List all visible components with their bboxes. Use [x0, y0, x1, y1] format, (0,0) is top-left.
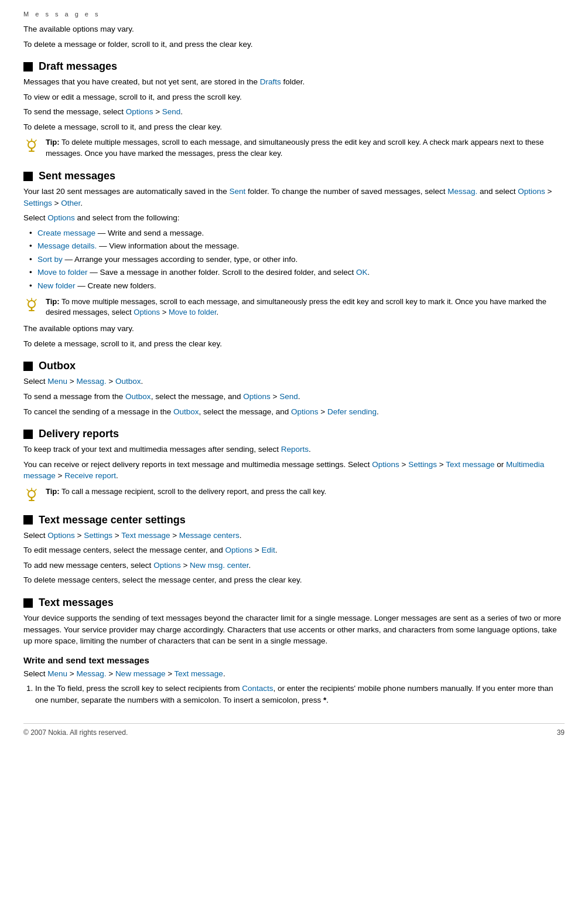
sent-tip-text: Tip: To move multiple messages, scroll t…: [46, 297, 565, 319]
sent-tip-options-link[interactable]: Options: [134, 308, 160, 316]
copyright-text: © 2007 Nokia. All rights reserved.: [23, 728, 128, 737]
delivery-reports-heading: Delivery reports: [23, 428, 565, 440]
new-folder-link[interactable]: New folder: [37, 281, 76, 290]
outbox-link1[interactable]: Outbox: [125, 392, 151, 401]
tmc-p4: To delete message centers, select the me…: [23, 574, 565, 586]
svg-point-0: [28, 141, 35, 148]
draft-options-link[interactable]: Options: [126, 107, 153, 116]
text-message-center-title: Text message center settings: [39, 514, 186, 526]
message-details-link[interactable]: Message details.: [37, 241, 97, 250]
sent-other-link[interactable]: Other: [61, 199, 80, 207]
delivery-receive-link[interactable]: Receive report: [64, 471, 116, 480]
tmc-settings-link[interactable]: Settings: [84, 531, 112, 540]
tmc-options3-link[interactable]: Options: [153, 561, 181, 570]
outbox-p2: To send a message from the Outbox, selec…: [23, 391, 565, 403]
delivery-tip-label: Tip:: [46, 487, 60, 496]
delivery-reports-title: Delivery reports: [39, 428, 119, 440]
outbox-link2[interactable]: Outbox: [173, 407, 199, 416]
draft-messages-heading: Draft messages: [23, 60, 565, 73]
create-message-link[interactable]: Create message: [37, 229, 95, 237]
page-footer: © 2007 Nokia. All rights reserved. 39: [23, 723, 565, 737]
ws-messag-link[interactable]: Messag.: [76, 669, 106, 678]
bullet-message-details: Message details. — View information abou…: [29, 240, 565, 252]
delivery-tip-box: Tip: To call a message recipient, scroll…: [23, 486, 565, 503]
sent-messages-heading: Sent messages: [23, 170, 565, 182]
delivery-tip-icon: [23, 487, 40, 503]
write-send-steps: In the To field, press the scroll key to…: [35, 683, 565, 706]
header-title: M e s s a g e s: [23, 11, 101, 18]
sent-tip-move-link[interactable]: Move to folder: [169, 308, 217, 316]
tmc-textmsg-link[interactable]: Text message: [121, 531, 170, 540]
draft-tip-icon: [23, 138, 40, 154]
ws-newmsg-link[interactable]: New message: [115, 669, 166, 678]
draft-messages-icon: [23, 62, 33, 71]
svg-line-4: [35, 140, 36, 142]
bullet-new-folder: New folder — Create new folders.: [29, 280, 565, 292]
drafts-link[interactable]: Drafts: [260, 77, 281, 86]
tmc-p2: To edit message centers, select the mess…: [23, 544, 565, 556]
text-message-center-heading: Text message center settings: [23, 514, 565, 526]
text-messages-title: Text messages: [39, 597, 114, 609]
tmc-edit-link[interactable]: Edit: [261, 546, 275, 554]
outbox-title: Outbox: [39, 360, 76, 372]
text-messages-heading: Text messages: [23, 597, 565, 609]
draft-tip-text: Tip: To delete multiple messages, scroll…: [46, 137, 565, 159]
outbox-menu-link[interactable]: Menu: [47, 377, 67, 386]
delivery-options-link[interactable]: Options: [372, 460, 399, 469]
outbox-icon: [23, 362, 33, 371]
outbox-messag-link[interactable]: Messag.: [76, 377, 106, 386]
bullet-create-message: Create message — Write and send a messag…: [29, 227, 565, 239]
tmc-options-link[interactable]: Options: [47, 531, 75, 540]
sort-by-link[interactable]: Sort by: [37, 255, 63, 264]
ok-link[interactable]: OK: [356, 268, 368, 277]
outbox-send-link[interactable]: Send: [279, 392, 298, 401]
page-header: M e s s a g e s: [23, 11, 565, 18]
page-container: M e s s a g e s The available options ma…: [0, 0, 588, 754]
contacts-link[interactable]: Contacts: [242, 684, 273, 693]
sent-options2-link[interactable]: Options: [47, 213, 75, 222]
outbox-defer-link[interactable]: Defer sending: [327, 407, 377, 416]
draft-tip-box: Tip: To delete multiple messages, scroll…: [23, 137, 565, 159]
svg-line-3: [27, 140, 29, 142]
delivery-p2: You can receive or reject delivery repor…: [23, 459, 565, 482]
delivery-textmsg-link[interactable]: Text message: [446, 460, 494, 469]
reports-link[interactable]: Reports: [281, 445, 309, 454]
delivery-tip-text: Tip: To call a message recipient, scroll…: [46, 486, 565, 498]
sent-closing2: To delete a message, scroll to it, and p…: [23, 338, 565, 350]
sent-messages-title: Sent messages: [39, 170, 115, 182]
text-message-center-icon: [23, 515, 33, 525]
bullet-sort-by: Sort by — Arrange your messages accordin…: [29, 254, 565, 265]
svg-point-6: [28, 301, 35, 308]
sent-settings-link[interactable]: Settings: [23, 199, 52, 207]
sent-link[interactable]: Sent: [229, 187, 245, 196]
svg-line-15: [27, 489, 29, 491]
tmc-msgcenters-link[interactable]: Message centers: [179, 531, 240, 540]
tmc-p3: To add new message centers, select Optio…: [23, 560, 565, 571]
svg-line-16: [35, 489, 36, 491]
sent-tip-icon: [23, 297, 40, 314]
draft-messages-title: Draft messages: [39, 60, 117, 73]
outbox-options-link[interactable]: Options: [243, 392, 271, 401]
sent-messag-link[interactable]: Messag.: [447, 187, 477, 196]
sent-options-link[interactable]: Options: [518, 187, 545, 196]
sent-p2: Select Options and select from the follo…: [23, 212, 565, 224]
ws-textmsg-link[interactable]: Text message: [175, 669, 223, 678]
delivery-reports-icon: [23, 430, 33, 439]
outbox-outbox-link[interactable]: Outbox: [115, 377, 141, 386]
draft-p4: To delete a message, scroll to it, and p…: [23, 121, 565, 133]
ws-menu-link[interactable]: Menu: [47, 669, 67, 678]
tmc-p1: Select Options > Settings > Text message…: [23, 530, 565, 542]
move-to-folder-link[interactable]: Move to folder: [37, 268, 88, 277]
write-send-subheading: Write and send text messages: [23, 655, 565, 665]
draft-send-link[interactable]: Send: [162, 107, 181, 116]
tmc-options2-link[interactable]: Options: [225, 546, 252, 554]
outbox-p1: Select Menu > Messag. > Outbox.: [23, 376, 565, 387]
delivery-settings-link[interactable]: Settings: [408, 460, 437, 469]
delivery-p1: To keep track of your text and multimedi…: [23, 444, 565, 455]
sent-options-list: Create message — Write and send a messag…: [29, 227, 565, 292]
outbox-options2-link[interactable]: Options: [291, 407, 319, 416]
outbox-heading: Outbox: [23, 360, 565, 372]
svg-line-9: [27, 299, 29, 301]
sent-tip-label: Tip:: [46, 297, 60, 306]
tmc-newmsg-link[interactable]: New msg. center: [190, 561, 249, 570]
